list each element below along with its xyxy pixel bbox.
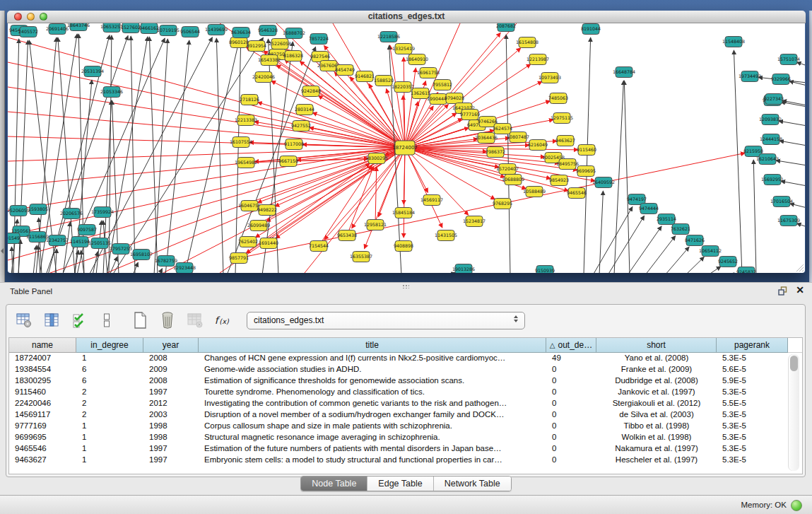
network-node[interactable]: 11431505 (435, 230, 457, 241)
network-node[interactable]: 16961758 (417, 68, 440, 78)
network-node[interactable]: 10588489 (523, 187, 546, 197)
network-node[interactable]: 9777169 (460, 110, 480, 120)
table-row[interactable]: 977716911998Corpus callosum shape and si… (9, 421, 802, 432)
network-node[interactable]: 9227343 (764, 94, 784, 105)
network-node[interactable]: 9854923 (549, 175, 569, 186)
network-node[interactable]: 7485063 (548, 93, 568, 104)
column-header-in_degree[interactable]: in_degree (76, 338, 143, 353)
tab-edge-table[interactable]: Edge Table (367, 477, 433, 491)
window-resize-grip[interactable] (795, 263, 804, 271)
network-node[interactable]: 10688809 (502, 175, 524, 185)
network-node[interactable]: 9857791 (229, 253, 249, 264)
network-node[interactable]: 9768295 (493, 199, 512, 209)
network-node[interactable]: 11439699 (205, 25, 228, 35)
table-row[interactable]: 1938455462009Genome-wide association stu… (9, 364, 802, 375)
network-node[interactable]: 7154544 (309, 241, 329, 252)
network-node[interactable]: 16355387 (350, 252, 372, 262)
network-node[interactable]: 8636634 (231, 28, 251, 38)
east-panel-splitter[interactable] (809, 11, 812, 282)
network-node[interactable]: 8191044 (581, 24, 601, 35)
network-node[interactable]: 14569117 (420, 195, 443, 206)
network-node[interactable]: 8454749 (335, 65, 355, 76)
network-node[interactable]: 3624574 (493, 124, 512, 134)
network-node[interactable]: 1145194 (70, 237, 90, 247)
network-node[interactable]: 9150939 (535, 266, 555, 274)
network-node[interactable]: 10807487 (507, 132, 529, 143)
network-node[interactable]: 20206576 (60, 209, 83, 219)
network-node[interactable]: 26099489 (247, 221, 270, 231)
network-node[interactable]: 10653257 (100, 23, 123, 33)
network-node[interactable]: 9242848 (301, 86, 321, 97)
network-node[interactable]: 20691406 (46, 24, 69, 35)
table-selector-dropdown[interactable]: citations_edges.txt (247, 312, 525, 329)
network-node[interactable]: 8960128 (229, 37, 249, 48)
network-node[interactable]: 16107554 (230, 137, 252, 148)
network-node[interactable]: 15692951 (761, 175, 784, 185)
network-node[interactable]: 2718126 (240, 95, 259, 105)
column-header-name[interactable]: name (9, 338, 76, 353)
table-settings-button[interactable] (15, 311, 33, 329)
network-node[interactable]: 16648784 (613, 67, 635, 78)
network-node[interactable]: 8912954 (247, 41, 266, 52)
network-node[interactable]: 12505135 (88, 238, 111, 249)
network-node[interactable]: 12093832 (759, 115, 782, 125)
network-node[interactable]: 12958121 (364, 220, 387, 230)
network-node[interactable]: 18724007 (392, 141, 418, 155)
network-node[interactable]: 15751074 (777, 54, 800, 65)
network-node[interactable]: 7625402 (238, 237, 258, 247)
network-canvas[interactable]: 1872400718300295896012889129542522605898… (8, 23, 805, 273)
network-node[interactable]: 19734493 (739, 71, 761, 82)
network-node[interactable]: 12213987 (526, 54, 549, 65)
network-node[interactable]: 9794028 (445, 93, 464, 104)
column-header-year[interactable]: year (143, 338, 199, 353)
network-node[interactable]: 16543382 (258, 55, 281, 66)
network-node[interactable]: 9115460 (577, 145, 596, 156)
network-node[interactable]: 9506544 (180, 27, 200, 37)
function-builder-button[interactable]: f (x) (213, 311, 232, 329)
network-node[interactable]: 16210643 (756, 154, 779, 165)
float-panel-icon[interactable] (778, 286, 788, 296)
new-column-button[interactable] (131, 311, 149, 329)
network-node[interactable]: 1691440 (259, 238, 278, 249)
network-node[interactable]: 15234817 (463, 216, 486, 227)
network-node[interactable]: 18643746 (67, 23, 90, 31)
network-node[interactable]: 9653438 (337, 230, 357, 241)
network-node[interactable]: 15720407 (496, 164, 519, 175)
network-node[interactable]: 25226058 (269, 39, 291, 49)
network-node[interactable]: 12923448 (173, 263, 196, 274)
network-node[interactable]: 9245652 (718, 257, 738, 267)
network-node[interactable]: 9498222 (257, 205, 277, 216)
network-node[interactable]: 9329966 (771, 74, 791, 85)
network-node[interactable]: 9408898 (394, 241, 413, 252)
network-node[interactable]: 10973493 (539, 73, 561, 83)
network-node[interactable]: 11548408 (722, 37, 745, 47)
network-window-titlebar[interactable]: citations_edges.txt (7, 11, 806, 23)
network-node[interactable]: 12975115 (551, 113, 573, 124)
tab-network-table[interactable]: Network Table (434, 477, 511, 491)
table-scrollbar[interactable] (788, 354, 799, 471)
network-node[interactable]: 19654982 (235, 158, 257, 168)
network-node[interactable]: 25206059 (8, 206, 30, 216)
network-node[interactable]: 7986372 (486, 147, 505, 158)
network-node[interactable]: 9699695 (576, 166, 596, 177)
network-node[interactable]: 9466162 (139, 23, 159, 34)
network-node[interactable]: 16888702 (283, 28, 305, 39)
network-node[interactable]: 8471626 (685, 235, 705, 246)
table-scrollbar-thumb[interactable] (790, 356, 798, 371)
network-node[interactable]: 9097587 (77, 225, 97, 235)
network-node[interactable]: 16154808 (516, 37, 539, 48)
network-node[interactable]: 12444158 (760, 134, 782, 145)
network-node[interactable]: 18640910 (406, 54, 428, 65)
select-columns-button[interactable] (70, 311, 88, 329)
row-height-button[interactable] (98, 311, 116, 329)
network-node[interactable]: 19013286 (452, 264, 475, 274)
network-node[interactable]: 7955812 (433, 80, 452, 90)
network-node[interactable]: 9465546 (567, 188, 587, 199)
network-node[interactable]: 20531394 (81, 66, 104, 77)
network-node[interactable]: 9117008 (284, 139, 304, 150)
network-node[interactable]: 21053346 (100, 87, 123, 98)
network-node[interactable]: 20364436 (475, 133, 498, 144)
network-node[interactable]: 12213383 (235, 115, 257, 126)
network-node[interactable]: 17359924 (91, 207, 114, 218)
column-header-pagerank[interactable]: pagerank (717, 338, 788, 353)
